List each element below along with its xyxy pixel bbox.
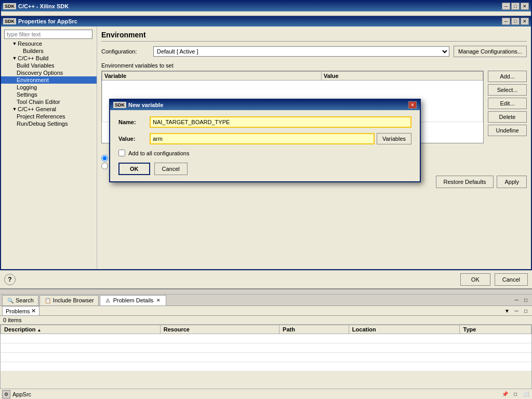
problems-table-body: [1, 334, 531, 371]
col-description[interactable]: Description ▲: [1, 325, 161, 334]
add-btn[interactable]: Add...: [488, 71, 527, 82]
outer-close-btn[interactable]: ✕: [521, 3, 529, 10]
dialog-buttons: OK Cancel: [118, 163, 411, 175]
problems-view-menu-btn[interactable]: ▼: [503, 307, 511, 315]
help-btn[interactable]: ?: [4, 274, 16, 285]
dialog-checkbox-row: Add to all configurations: [118, 150, 411, 156]
sidebar-item-builders-label: Builders: [23, 48, 44, 54]
inner-minimize-btn[interactable]: ─: [502, 18, 510, 25]
undefine-btn[interactable]: Undefine: [488, 125, 527, 136]
sidebar-item-cpp-build[interactable]: ▼ C/C++ Build: [1, 55, 97, 62]
dialog-name-label: Name:: [118, 119, 150, 125]
status-btn-1[interactable]: 📌: [501, 390, 509, 398]
dialog-ok-btn[interactable]: OK: [118, 163, 150, 175]
manage-configurations-btn[interactable]: Manage Configurations...: [454, 46, 527, 57]
problem-details-tab[interactable]: ⚠ Problem Details ✕: [100, 295, 167, 305]
search-tab-icon: 🔍: [7, 297, 14, 304]
outer-minimize-btn[interactable]: ─: [502, 3, 510, 10]
problems-content: Problems ✕ ▼ ─ □ 0 items Description ▲: [0, 306, 532, 399]
sidebar-item-resource[interactable]: ▼ Resource: [1, 40, 97, 47]
env-section-label: Environment variables to set: [101, 62, 527, 69]
edit-btn[interactable]: Edit...: [488, 98, 527, 109]
search-tab[interactable]: 🔍 Search: [2, 295, 38, 305]
problems-header-right: ▼ ─ □: [503, 307, 532, 315]
sidebar-item-settings-label: Settings: [17, 91, 37, 98]
expand-resource-icon: ▼: [11, 41, 18, 46]
status-left: ⚙ AppSrc: [2, 390, 501, 398]
dialog-add-all-checkbox[interactable]: [118, 150, 125, 156]
sidebar-item-project-references-label: Project References: [17, 113, 65, 119]
sidebar-item-logging[interactable]: Logging: [1, 84, 97, 91]
search-tab-label: Search: [16, 297, 34, 303]
col-location[interactable]: Location: [349, 325, 460, 334]
sidebar-item-discovery-options[interactable]: Discovery Options: [1, 69, 97, 76]
sidebar-item-resource-label: Resource: [18, 41, 42, 47]
sidebar-item-project-references[interactable]: Project References: [1, 113, 97, 120]
problems-maximize-btn[interactable]: □: [522, 307, 530, 315]
problems-table-scroll[interactable]: Description ▲ Resource Path Location Typ…: [0, 324, 532, 399]
col-resource[interactable]: Resource: [160, 325, 279, 334]
sidebar: ▼ Resource Builders ▼ C/C++ Build Build …: [1, 26, 97, 269]
dialog-close-btn[interactable]: ✕: [408, 101, 417, 109]
sidebar-item-run-debug-label: Run/Debug Settings: [17, 121, 68, 127]
apply-btn[interactable]: Apply: [497, 176, 527, 188]
expand-cpp-build-icon: ▼: [11, 56, 18, 61]
horizontal-scrollbar[interactable]: [0, 289, 532, 295]
sidebar-item-builders[interactable]: Builders: [1, 47, 97, 55]
sidebar-item-build-variables-label: Build Variables: [17, 62, 55, 69]
inner-title-bar: SDK Properties for AppSrc ─ □ ✕: [1, 16, 531, 26]
col-path[interactable]: Path: [280, 325, 349, 334]
action-buttons: Add... Select... Edit... Delete Undefine: [488, 71, 527, 148]
select-btn[interactable]: Select...: [488, 84, 527, 96]
radio-append[interactable]: [101, 155, 108, 162]
sidebar-item-environment-label: Environment: [17, 77, 49, 83]
inner-close-btn[interactable]: ✕: [521, 18, 529, 25]
radio-replace[interactable]: [101, 163, 108, 169]
dialog-name-row: Name:: [118, 116, 411, 128]
dialog-title-text: New variable: [128, 102, 408, 108]
outer-title-buttons: ─ □ ✕: [502, 3, 529, 10]
problems-subtab[interactable]: Problems ✕: [2, 306, 39, 315]
filter-input[interactable]: [4, 30, 92, 39]
sidebar-item-tool-chain-editor[interactable]: Tool Chain Editor: [1, 98, 97, 105]
minimize-bottom-btn[interactable]: ─: [512, 296, 521, 304]
problems-minimize-btn[interactable]: ─: [512, 307, 521, 315]
configuration-select[interactable]: Default [ Active ]: [153, 46, 449, 57]
sidebar-item-run-debug[interactable]: Run/Debug Settings: [1, 120, 97, 127]
dialog-value-input[interactable]: [150, 133, 375, 144]
outer-title-text: C/C++ - Xilinx SDK: [18, 3, 502, 9]
tab-bar-right: ─ □: [512, 296, 532, 304]
dialog-sdk-icon: SDK: [113, 102, 126, 108]
restore-defaults-btn[interactable]: Restore Defaults: [436, 176, 494, 188]
outer-restore-btn[interactable]: □: [511, 3, 520, 10]
inner-title-text: Properties for AppSrc: [18, 18, 502, 24]
ok-btn[interactable]: OK: [460, 273, 490, 286]
maximize-bottom-btn[interactable]: □: [522, 296, 530, 304]
include-browser-tab[interactable]: 📋 Include Browser: [39, 295, 99, 305]
dialog-name-input[interactable]: [150, 116, 411, 128]
status-btn-3[interactable]: ⬜: [522, 390, 530, 398]
problem-details-close[interactable]: ✕: [155, 297, 162, 303]
inner-restore-btn[interactable]: □: [511, 18, 520, 25]
status-btn-2[interactable]: □: [511, 390, 520, 398]
col-type[interactable]: Type: [460, 325, 531, 334]
sidebar-item-cpp-general[interactable]: ▼ C/C++ General: [1, 105, 97, 113]
table-row: [1, 353, 531, 362]
help-bar: ? OK Cancel: [0, 270, 532, 288]
sidebar-item-build-variables[interactable]: Build Variables: [1, 62, 97, 69]
delete-btn[interactable]: Delete: [488, 111, 527, 123]
sidebar-item-tool-chain-editor-label: Tool Chain Editor: [17, 99, 60, 105]
inner-sdk-icon: SDK: [3, 18, 16, 24]
sidebar-item-settings[interactable]: Settings: [1, 91, 97, 98]
problems-count: 0 items: [0, 316, 532, 324]
bottom-panel: 🔍 Search 📋 Include Browser ⚠ Problem Det…: [0, 288, 532, 399]
status-bar: ⚙ AppSrc 📌 □ ⬜: [0, 389, 532, 399]
sidebar-item-environment[interactable]: Environment: [1, 76, 97, 84]
dialog-variables-btn[interactable]: Variables: [377, 133, 411, 144]
problems-subtab-close[interactable]: ✕: [31, 308, 36, 314]
dialog-body: Name: Value: Variables Add to all config…: [110, 110, 420, 181]
cancel-btn[interactable]: Cancel: [495, 273, 528, 286]
dialog-cancel-btn[interactable]: Cancel: [154, 163, 188, 175]
dialog-value-label: Value:: [118, 136, 150, 142]
problem-details-tab-label: Problem Details: [113, 297, 154, 303]
